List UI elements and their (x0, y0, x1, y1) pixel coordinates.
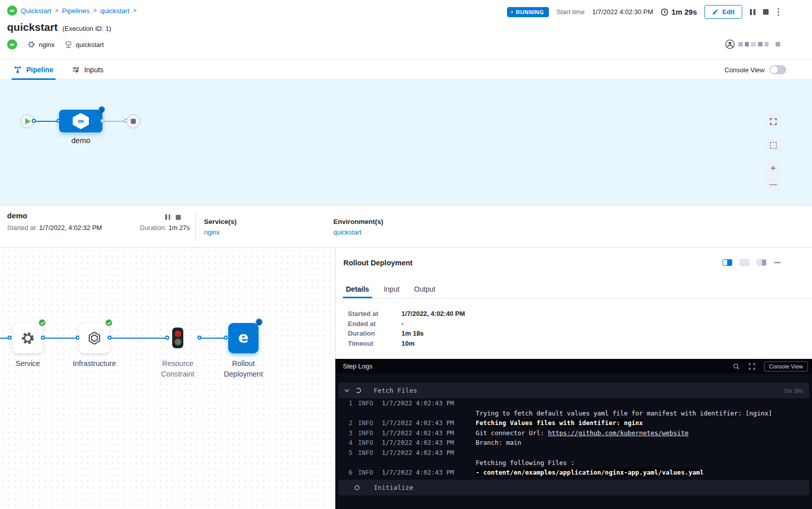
step-logs-header: Step Logs Console View (335, 359, 812, 374)
step-node-service[interactable] (13, 323, 43, 353)
layout-right-panel-icon[interactable] (757, 259, 767, 266)
gear-icon (27, 40, 35, 49)
log-message: - content/en/examples/application/nginx-… (476, 469, 704, 476)
edge-dot (108, 336, 112, 340)
user-avatar-icon[interactable] (725, 39, 735, 49)
section-running-spinner-icon (356, 388, 361, 393)
edge (43, 338, 79, 339)
log-message: Git connector Url: https://github.com/ku… (476, 429, 688, 437)
tab-output[interactable]: Output (414, 280, 435, 298)
stage-stop-button[interactable] (176, 215, 181, 220)
detail-value: 1m 18s (401, 330, 424, 337)
log-row: 3 INFO 1/7/2022 4:02:43 PM Git connector… (335, 429, 812, 439)
stage-pause-button[interactable] (165, 214, 170, 220)
log-message: Trying to fetch default values yaml file… (476, 409, 772, 417)
edge-dot (165, 336, 169, 340)
search-icon[interactable] (733, 363, 740, 370)
execution-header-actions: RUNNING Start time 1/7/2022 4:02:30 PM 1… (507, 5, 781, 19)
success-check-icon (105, 318, 113, 327)
stage-node-demo[interactable]: ∞ (59, 110, 103, 132)
zoom-in-button[interactable]: + (766, 161, 781, 176)
log-row: 2 INFO 1/7/2022 4:02:43 PM Fetching Valu… (335, 419, 812, 429)
layout-bottom-icon[interactable] (740, 259, 749, 266)
log-timestamp: 1/7/2022 4:02:43 PM (382, 429, 454, 437)
environment-icon (65, 41, 72, 49)
stop-execution-button[interactable] (763, 9, 769, 15)
layout-right-split-icon[interactable] (723, 259, 732, 266)
more-options-menu[interactable] (776, 8, 781, 16)
fullscreen-icon (770, 118, 777, 125)
log-section-initialize[interactable]: Initialize (338, 480, 809, 495)
detail-row: Started at 1/7/2022, 4:02:40 PM (348, 310, 465, 317)
edge-dot (8, 336, 12, 340)
log-row: 5 INFO 1/7/2022 4:02:43 PM (335, 449, 812, 459)
service-link[interactable]: nginx (204, 228, 237, 236)
breadcrumb-quickstart[interactable]: Quickstart (21, 7, 52, 15)
environment-link[interactable]: quickstart (333, 228, 383, 236)
canvas-fit-selection-button[interactable] (766, 137, 781, 153)
status-badge: RUNNING (507, 7, 549, 17)
log-line-number: 5 (343, 449, 352, 456)
environment-tag[interactable]: quickstart (65, 41, 104, 49)
log-line-number: 1 (343, 399, 352, 407)
running-spinner-icon (256, 318, 263, 326)
log-row: Fetching following Files : (335, 459, 812, 469)
tab-details[interactable]: Details (346, 280, 369, 298)
step-label-infrastructure: Infrastructure (59, 358, 130, 369)
step-node-rollout-deployment[interactable]: e (228, 323, 259, 353)
step-node-infrastructure[interactable] (79, 323, 110, 353)
log-lines: 1 INFO 1/7/2022 4:02:43 PM Trying to fet… (335, 399, 812, 479)
log-section-fetch-files[interactable]: Fetch Files 1m 16s (338, 383, 809, 398)
chevron-down-icon (344, 388, 350, 394)
environments-label: Environment(s) (333, 218, 383, 225)
page-title: quickstart (7, 21, 58, 33)
console-view-toggle[interactable] (770, 65, 786, 74)
log-line-number: 3 (343, 429, 352, 437)
hexagon-icon (87, 331, 102, 346)
minimize-panel-icon[interactable] (774, 262, 781, 263)
divider (336, 298, 812, 299)
breadcrumb-pipeline-name[interactable]: quickstart (100, 7, 130, 15)
clock-icon (661, 8, 669, 16)
traffic-light-green-icon (175, 339, 181, 345)
log-level: INFO (358, 469, 373, 476)
redacted-username (776, 42, 780, 47)
stage-duration: Duration: 1m 27s (140, 224, 190, 232)
log-timestamp: 1/7/2022 4:02:43 PM (382, 419, 454, 427)
service-tag[interactable]: nginx (27, 40, 55, 49)
elapsed-value: 1m 29s (671, 8, 697, 16)
log-timestamp: 1/7/2022 4:02:43 PM (382, 469, 454, 476)
section-title: Initialize (374, 484, 413, 491)
breadcrumb-pipelines[interactable]: Pipelines (62, 7, 90, 15)
redacted-username (738, 42, 743, 47)
tab-pipeline[interactable]: Pipeline (14, 60, 54, 80)
tab-input[interactable]: Input (384, 280, 399, 298)
log-timestamp: 1/7/2022 4:02:43 PM (382, 399, 454, 407)
edge-dot (224, 336, 228, 340)
console-view-button[interactable]: Console View (764, 361, 808, 372)
step-label-service: Service (3, 358, 53, 369)
log-level: INFO (358, 439, 373, 446)
step-node-resource-constraint[interactable] (172, 328, 183, 348)
view-tab-bar: Pipeline Inputs Console View (0, 59, 812, 80)
detail-label: Timeout (348, 340, 401, 347)
inputs-icon (72, 66, 80, 74)
canvas-fullscreen-button[interactable] (766, 114, 781, 129)
tab-inputs[interactable]: Inputs (72, 60, 104, 80)
environments-column: Environment(s) quickstart (333, 218, 383, 236)
pipeline-end-node[interactable] (126, 114, 140, 128)
expand-logs-icon[interactable] (748, 363, 755, 370)
log-message: Fetching following Files : (476, 459, 575, 467)
top-header: ∞ Quickstart > Pipelines > quickstart > … (0, 0, 812, 59)
step-execution-graph: e Service Infrastructure Resource Constr… (0, 248, 335, 509)
git-connector-url-link[interactable]: https://github.com/kubernetes/website (548, 429, 688, 437)
log-row: Trying to fetch default values yaml file… (335, 409, 812, 420)
pause-execution-button[interactable] (750, 9, 755, 15)
breadcrumb-separator: > (55, 7, 59, 14)
page-title-row: quickstart (Execution ID: 1) (7, 21, 111, 33)
stage-controls (165, 214, 181, 220)
edit-button[interactable]: Edit (704, 5, 742, 19)
edge (110, 338, 169, 339)
zoom-out-button[interactable]: — (766, 176, 781, 191)
detail-value: 10m (401, 340, 415, 347)
